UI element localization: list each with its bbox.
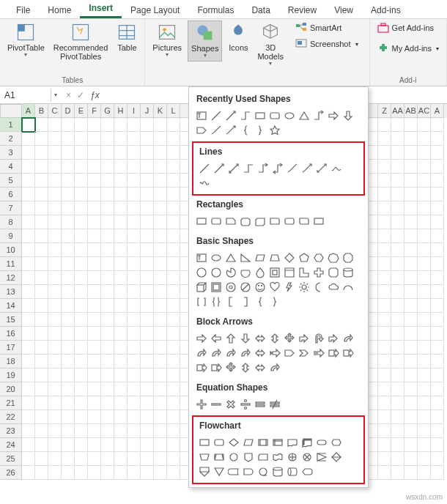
cell[interactable] — [378, 313, 391, 327]
cell[interactable] — [391, 257, 404, 271]
cell[interactable] — [431, 410, 444, 424]
row-header[interactable]: 19 — [0, 368, 22, 382]
cell[interactable] — [154, 382, 167, 396]
cell[interactable] — [378, 327, 391, 341]
shape-fmerge[interactable] — [213, 465, 226, 478]
cell[interactable] — [128, 327, 141, 341]
cell[interactable] — [167, 424, 180, 438]
shape-arrPent[interactable] — [283, 346, 296, 360]
cell[interactable] — [391, 452, 404, 466]
cell[interactable] — [404, 313, 418, 327]
row-header[interactable]: 26 — [0, 466, 22, 480]
cell[interactable] — [75, 355, 88, 368]
enter-icon[interactable]: ✓ — [77, 90, 84, 100]
shape-arr4[interactable] — [224, 361, 237, 374]
cell[interactable] — [101, 188, 114, 201]
shape-snip2[interactable] — [239, 215, 252, 228]
cell[interactable] — [418, 424, 431, 438]
cell[interactable] — [114, 146, 128, 160]
cell[interactable] — [101, 396, 114, 410]
cell[interactable] — [22, 215, 35, 229]
cell[interactable] — [154, 299, 167, 313]
cell[interactable] — [431, 396, 444, 410]
cell[interactable] — [404, 355, 418, 368]
tab-insert[interactable]: Insert — [80, 0, 122, 18]
cell[interactable] — [431, 382, 444, 396]
cell[interactable] — [75, 424, 88, 438]
cell[interactable] — [35, 215, 48, 229]
shape-fprep[interactable] — [330, 436, 343, 449]
cell[interactable] — [418, 299, 431, 313]
shape-arrCall[interactable] — [341, 346, 355, 360]
shape-line[interactable] — [198, 162, 211, 175]
cell[interactable] — [378, 188, 391, 201]
shape-textbox[interactable] — [195, 251, 208, 264]
cell[interactable] — [128, 188, 141, 201]
cell[interactable] — [114, 174, 128, 188]
get-addins-button[interactable]: Get Add-ins — [374, 21, 442, 35]
cell[interactable] — [378, 341, 391, 355]
shape-arrCurve[interactable] — [341, 332, 355, 345]
smartart-button[interactable]: SmartArt — [292, 21, 361, 35]
cell[interactable] — [62, 285, 75, 299]
cell[interactable] — [141, 146, 154, 160]
column-header[interactable]: D — [62, 104, 75, 118]
cell[interactable] — [48, 257, 62, 271]
cell[interactable] — [141, 299, 154, 313]
cell[interactable] — [391, 438, 404, 452]
cell[interactable] — [35, 368, 48, 382]
cell[interactable] — [62, 452, 75, 466]
cell[interactable] — [75, 341, 88, 355]
shape-arrCall[interactable] — [195, 361, 208, 374]
shape-eq[interactable] — [254, 398, 267, 411]
row-header[interactable]: 22 — [0, 410, 22, 424]
cell[interactable] — [22, 160, 35, 174]
cell[interactable] — [378, 466, 391, 480]
cell[interactable] — [35, 313, 48, 327]
cell[interactable] — [114, 368, 128, 382]
cell[interactable] — [101, 452, 114, 466]
cell[interactable] — [391, 396, 404, 410]
cell[interactable] — [48, 146, 62, 160]
cell[interactable] — [167, 174, 180, 188]
select-all-triangle[interactable] — [0, 104, 22, 118]
cell[interactable] — [141, 466, 154, 480]
cell[interactable] — [167, 229, 180, 243]
cell[interactable] — [128, 438, 141, 452]
cell[interactable] — [114, 285, 128, 299]
cell[interactable] — [154, 146, 167, 160]
cell[interactable] — [128, 424, 141, 438]
cell[interactable] — [378, 118, 391, 132]
cell[interactable] — [75, 396, 88, 410]
tab-add-ins[interactable]: Add-ins — [362, 2, 410, 18]
shape-rect[interactable] — [254, 109, 267, 122]
cell[interactable] — [154, 118, 167, 132]
cell[interactable] — [22, 341, 35, 355]
cell[interactable] — [141, 327, 154, 341]
cell[interactable] — [141, 341, 154, 355]
cell[interactable] — [114, 299, 128, 313]
cell[interactable] — [167, 188, 180, 201]
cell[interactable] — [154, 257, 167, 271]
shape-arrPent[interactable] — [195, 124, 208, 137]
shape-bevel[interactable] — [210, 281, 223, 294]
cell[interactable] — [418, 438, 431, 452]
shape-rbrkt[interactable] — [239, 295, 252, 308]
shape-moon[interactable] — [312, 281, 325, 294]
cell[interactable] — [431, 132, 444, 146]
cell[interactable] — [35, 438, 48, 452]
shape-dblbrace[interactable] — [210, 295, 223, 308]
row-header[interactable]: 2 — [0, 132, 22, 146]
shape-arrCurve[interactable] — [239, 346, 252, 360]
cell[interactable] — [88, 132, 101, 146]
cell[interactable] — [114, 118, 128, 132]
cell[interactable] — [167, 466, 180, 480]
shape-can[interactable] — [341, 266, 355, 279]
cell[interactable] — [75, 229, 88, 243]
cell[interactable] — [48, 466, 62, 480]
shape-lbrace[interactable] — [239, 124, 252, 137]
shape-arrLR[interactable] — [254, 332, 267, 345]
cell[interactable] — [75, 466, 88, 480]
shape-tri[interactable] — [298, 109, 311, 122]
cell[interactable] — [378, 438, 391, 452]
